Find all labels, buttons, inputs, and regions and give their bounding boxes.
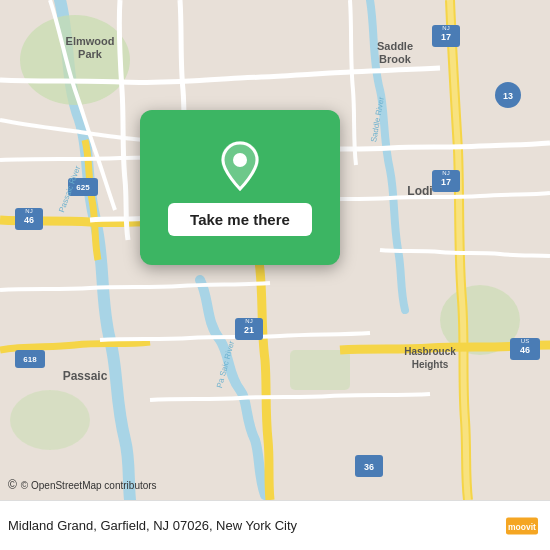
svg-text:NJ: NJ (245, 318, 252, 324)
svg-text:Passaic: Passaic (63, 369, 108, 383)
osm-credit-text: © OpenStreetMap contributors (21, 480, 157, 491)
svg-text:46: 46 (520, 345, 530, 355)
action-card: Take me there (140, 110, 340, 265)
copyright-symbol: © (8, 478, 17, 492)
svg-text:36: 36 (364, 462, 374, 472)
svg-text:618: 618 (23, 355, 37, 364)
moovit-logo-svg: moovit (506, 510, 538, 542)
svg-text:Brook: Brook (379, 53, 412, 65)
svg-text:Elmwood: Elmwood (66, 35, 115, 47)
svg-text:46: 46 (24, 215, 34, 225)
address-text: Midland Grand, Garfield, NJ 07026, New Y… (8, 518, 297, 533)
svg-text:13: 13 (503, 91, 513, 101)
svg-text:NJ: NJ (25, 208, 32, 214)
svg-rect-4 (290, 350, 350, 390)
svg-text:NJ: NJ (442, 25, 449, 31)
moovit-logo: moovit (506, 510, 538, 542)
map-container: 17 NJ 17 NJ 13 46 NJ 46 US 625 618 21 NJ… (0, 0, 550, 500)
svg-text:625: 625 (76, 183, 90, 192)
bottom-left-section: Midland Grand, Garfield, NJ 07026, New Y… (8, 518, 297, 533)
location-pin-icon (217, 139, 263, 193)
svg-text:17: 17 (441, 177, 451, 187)
svg-text:21: 21 (244, 325, 254, 335)
svg-point-3 (10, 390, 90, 450)
svg-text:Park: Park (78, 48, 103, 60)
svg-point-39 (233, 153, 247, 167)
bottom-bar: Midland Grand, Garfield, NJ 07026, New Y… (0, 500, 550, 550)
svg-text:moovit: moovit (508, 521, 536, 531)
svg-text:US: US (521, 338, 529, 344)
osm-attribution: © © OpenStreetMap contributors (8, 478, 157, 492)
svg-text:Saddle: Saddle (377, 40, 413, 52)
svg-text:17: 17 (441, 32, 451, 42)
take-me-there-button[interactable]: Take me there (168, 203, 312, 236)
svg-text:NJ: NJ (442, 170, 449, 176)
svg-text:Lodi: Lodi (407, 184, 432, 198)
svg-text:Hasbrouck: Hasbrouck (404, 346, 456, 357)
svg-text:Heights: Heights (412, 359, 449, 370)
